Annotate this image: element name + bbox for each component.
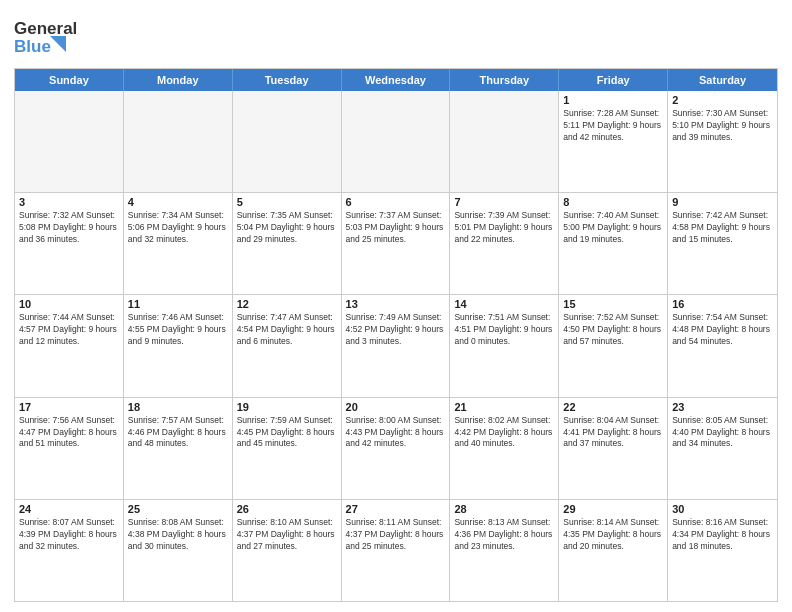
- day-number: 29: [563, 503, 663, 515]
- day-info: Sunrise: 8:04 AM Sunset: 4:41 PM Dayligh…: [563, 415, 663, 451]
- day-number: 19: [237, 401, 337, 413]
- day-number: 30: [672, 503, 773, 515]
- day-number: 6: [346, 196, 446, 208]
- weekday-header-sunday: Sunday: [15, 69, 124, 91]
- day-number: 10: [19, 298, 119, 310]
- day-cell-17: 17Sunrise: 7:56 AM Sunset: 4:47 PM Dayli…: [15, 398, 124, 499]
- day-number: 7: [454, 196, 554, 208]
- calendar-header: SundayMondayTuesdayWednesdayThursdayFrid…: [15, 69, 777, 91]
- empty-cell-0-2: [233, 91, 342, 192]
- day-info: Sunrise: 7:37 AM Sunset: 5:03 PM Dayligh…: [346, 210, 446, 246]
- weekday-header-saturday: Saturday: [668, 69, 777, 91]
- day-cell-22: 22Sunrise: 8:04 AM Sunset: 4:41 PM Dayli…: [559, 398, 668, 499]
- week-row-5: 24Sunrise: 8:07 AM Sunset: 4:39 PM Dayli…: [15, 500, 777, 601]
- day-cell-15: 15Sunrise: 7:52 AM Sunset: 4:50 PM Dayli…: [559, 295, 668, 396]
- day-number: 11: [128, 298, 228, 310]
- week-row-3: 10Sunrise: 7:44 AM Sunset: 4:57 PM Dayli…: [15, 295, 777, 397]
- calendar-body: 1Sunrise: 7:28 AM Sunset: 5:11 PM Daylig…: [15, 91, 777, 601]
- svg-text:Blue: Blue: [14, 37, 51, 56]
- day-number: 21: [454, 401, 554, 413]
- day-cell-16: 16Sunrise: 7:54 AM Sunset: 4:48 PM Dayli…: [668, 295, 777, 396]
- day-cell-14: 14Sunrise: 7:51 AM Sunset: 4:51 PM Dayli…: [450, 295, 559, 396]
- calendar: SundayMondayTuesdayWednesdayThursdayFrid…: [14, 68, 778, 602]
- week-row-4: 17Sunrise: 7:56 AM Sunset: 4:47 PM Dayli…: [15, 398, 777, 500]
- svg-text:General: General: [14, 19, 77, 38]
- day-cell-1: 1Sunrise: 7:28 AM Sunset: 5:11 PM Daylig…: [559, 91, 668, 192]
- day-number: 26: [237, 503, 337, 515]
- day-info: Sunrise: 7:47 AM Sunset: 4:54 PM Dayligh…: [237, 312, 337, 348]
- day-info: Sunrise: 8:16 AM Sunset: 4:34 PM Dayligh…: [672, 517, 773, 553]
- day-info: Sunrise: 8:02 AM Sunset: 4:42 PM Dayligh…: [454, 415, 554, 451]
- day-info: Sunrise: 7:56 AM Sunset: 4:47 PM Dayligh…: [19, 415, 119, 451]
- day-cell-20: 20Sunrise: 8:00 AM Sunset: 4:43 PM Dayli…: [342, 398, 451, 499]
- day-info: Sunrise: 8:13 AM Sunset: 4:36 PM Dayligh…: [454, 517, 554, 553]
- day-info: Sunrise: 7:42 AM Sunset: 4:58 PM Dayligh…: [672, 210, 773, 246]
- day-cell-8: 8Sunrise: 7:40 AM Sunset: 5:00 PM Daylig…: [559, 193, 668, 294]
- day-number: 20: [346, 401, 446, 413]
- day-cell-5: 5Sunrise: 7:35 AM Sunset: 5:04 PM Daylig…: [233, 193, 342, 294]
- svg-marker-1: [50, 36, 66, 52]
- empty-cell-0-1: [124, 91, 233, 192]
- logo-svg: General Blue: [14, 14, 104, 58]
- day-info: Sunrise: 7:30 AM Sunset: 5:10 PM Dayligh…: [672, 108, 773, 144]
- day-info: Sunrise: 7:54 AM Sunset: 4:48 PM Dayligh…: [672, 312, 773, 348]
- day-cell-28: 28Sunrise: 8:13 AM Sunset: 4:36 PM Dayli…: [450, 500, 559, 601]
- day-cell-3: 3Sunrise: 7:32 AM Sunset: 5:08 PM Daylig…: [15, 193, 124, 294]
- day-cell-24: 24Sunrise: 8:07 AM Sunset: 4:39 PM Dayli…: [15, 500, 124, 601]
- day-number: 23: [672, 401, 773, 413]
- day-number: 15: [563, 298, 663, 310]
- day-cell-9: 9Sunrise: 7:42 AM Sunset: 4:58 PM Daylig…: [668, 193, 777, 294]
- day-cell-18: 18Sunrise: 7:57 AM Sunset: 4:46 PM Dayli…: [124, 398, 233, 499]
- day-cell-23: 23Sunrise: 8:05 AM Sunset: 4:40 PM Dayli…: [668, 398, 777, 499]
- day-number: 17: [19, 401, 119, 413]
- weekday-header-thursday: Thursday: [450, 69, 559, 91]
- empty-cell-0-4: [450, 91, 559, 192]
- week-row-2: 3Sunrise: 7:32 AM Sunset: 5:08 PM Daylig…: [15, 193, 777, 295]
- day-info: Sunrise: 7:46 AM Sunset: 4:55 PM Dayligh…: [128, 312, 228, 348]
- day-info: Sunrise: 7:28 AM Sunset: 5:11 PM Dayligh…: [563, 108, 663, 144]
- day-info: Sunrise: 8:10 AM Sunset: 4:37 PM Dayligh…: [237, 517, 337, 553]
- day-cell-10: 10Sunrise: 7:44 AM Sunset: 4:57 PM Dayli…: [15, 295, 124, 396]
- day-cell-29: 29Sunrise: 8:14 AM Sunset: 4:35 PM Dayli…: [559, 500, 668, 601]
- day-info: Sunrise: 7:59 AM Sunset: 4:45 PM Dayligh…: [237, 415, 337, 451]
- weekday-header-wednesday: Wednesday: [342, 69, 451, 91]
- day-number: 28: [454, 503, 554, 515]
- day-info: Sunrise: 8:05 AM Sunset: 4:40 PM Dayligh…: [672, 415, 773, 451]
- weekday-header-friday: Friday: [559, 69, 668, 91]
- day-number: 8: [563, 196, 663, 208]
- logo: General Blue: [14, 10, 104, 62]
- header: General Blue: [14, 10, 778, 62]
- day-info: Sunrise: 7:44 AM Sunset: 4:57 PM Dayligh…: [19, 312, 119, 348]
- day-number: 12: [237, 298, 337, 310]
- page: General Blue SundayMondayTuesdayWednesda…: [0, 0, 792, 612]
- day-info: Sunrise: 7:35 AM Sunset: 5:04 PM Dayligh…: [237, 210, 337, 246]
- day-number: 2: [672, 94, 773, 106]
- weekday-header-monday: Monday: [124, 69, 233, 91]
- day-number: 14: [454, 298, 554, 310]
- day-number: 24: [19, 503, 119, 515]
- day-cell-27: 27Sunrise: 8:11 AM Sunset: 4:37 PM Dayli…: [342, 500, 451, 601]
- day-cell-7: 7Sunrise: 7:39 AM Sunset: 5:01 PM Daylig…: [450, 193, 559, 294]
- day-cell-25: 25Sunrise: 8:08 AM Sunset: 4:38 PM Dayli…: [124, 500, 233, 601]
- day-info: Sunrise: 7:40 AM Sunset: 5:00 PM Dayligh…: [563, 210, 663, 246]
- day-cell-30: 30Sunrise: 8:16 AM Sunset: 4:34 PM Dayli…: [668, 500, 777, 601]
- day-info: Sunrise: 8:11 AM Sunset: 4:37 PM Dayligh…: [346, 517, 446, 553]
- day-info: Sunrise: 8:00 AM Sunset: 4:43 PM Dayligh…: [346, 415, 446, 451]
- day-cell-4: 4Sunrise: 7:34 AM Sunset: 5:06 PM Daylig…: [124, 193, 233, 294]
- day-number: 9: [672, 196, 773, 208]
- day-number: 18: [128, 401, 228, 413]
- day-number: 5: [237, 196, 337, 208]
- week-row-1: 1Sunrise: 7:28 AM Sunset: 5:11 PM Daylig…: [15, 91, 777, 193]
- day-info: Sunrise: 7:57 AM Sunset: 4:46 PM Dayligh…: [128, 415, 228, 451]
- day-number: 27: [346, 503, 446, 515]
- day-cell-11: 11Sunrise: 7:46 AM Sunset: 4:55 PM Dayli…: [124, 295, 233, 396]
- weekday-header-tuesday: Tuesday: [233, 69, 342, 91]
- day-cell-6: 6Sunrise: 7:37 AM Sunset: 5:03 PM Daylig…: [342, 193, 451, 294]
- day-number: 25: [128, 503, 228, 515]
- day-number: 1: [563, 94, 663, 106]
- day-number: 3: [19, 196, 119, 208]
- day-number: 16: [672, 298, 773, 310]
- day-cell-13: 13Sunrise: 7:49 AM Sunset: 4:52 PM Dayli…: [342, 295, 451, 396]
- day-cell-26: 26Sunrise: 8:10 AM Sunset: 4:37 PM Dayli…: [233, 500, 342, 601]
- empty-cell-0-0: [15, 91, 124, 192]
